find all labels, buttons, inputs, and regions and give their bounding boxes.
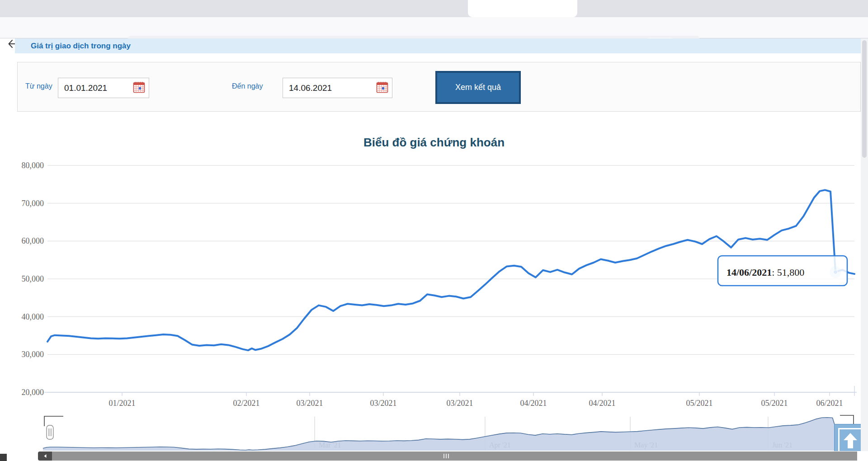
x-axis-label: 03/2021 [370,399,396,408]
x-axis-label: 01/2021 [108,399,135,408]
calendar-icon[interactable] [376,81,388,95]
navigator-frame-left [44,416,63,426]
x-axis-label: 04/2021 [589,399,616,408]
y-axis-label: 80,000 [22,161,44,170]
to-date-value[interactable]: 14.06.2021 [289,83,376,93]
scrollbar-left-arrow-icon[interactable] [38,452,52,461]
section-header-title: Giá trị giao dịch trong ngày [31,42,131,51]
y-axis-label: 40,000 [22,312,44,321]
active-tab[interactable] [468,0,577,17]
y-axis-label: 20,000 [22,388,44,397]
x-axis-label: 06/2021 [816,399,843,408]
x-axis-label: 05/2021 [686,399,712,408]
x-axis-label: 05/2021 [761,399,788,408]
from-date-input[interactable]: 01.01.2021 [58,78,149,98]
horizontal-scrollbar[interactable] [0,451,868,461]
calendar-icon[interactable] [133,81,145,95]
from-date-value[interactable]: 01.01.2021 [64,83,133,93]
section-header-bar: Giá trị giao dịch trong ngày [15,38,861,53]
x-axis-label: 03/2021 [446,399,473,408]
navigator-area [43,418,857,451]
browser-toolbar: https://www.hsx.vn/Modules/Listed/Web/Sy… [0,17,868,38]
to-date-label: Đến ngày [232,82,263,90]
x-axis-label: 03/2021 [296,399,323,408]
chart-title: Biểu đồ giá chứng khoán [0,136,868,150]
scrollbar-grip [448,454,449,458]
y-axis-label: 30,000 [22,350,44,359]
up-arrow-icon [838,428,862,453]
x-axis-label: 04/2021 [520,399,547,408]
scrollbar-grip [443,454,444,458]
view-results-button[interactable]: Xem kết quả [435,71,521,104]
y-axis-label: 70,000 [22,199,44,208]
x-axis-label: 02/2021 [233,399,259,408]
tab-bar [0,0,868,17]
scrollbar-thumb[interactable] [52,452,857,461]
vertical-scrollbar[interactable] [861,38,868,451]
scrollbar-corner [0,454,7,461]
vertical-scrollbar-thumb[interactable] [862,40,867,158]
stock-price-chart[interactable]: 20,00030,00040,00050,00060,00070,00080,0… [0,154,868,451]
y-axis-label: 50,000 [22,274,44,283]
y-axis-label: 60,000 [22,236,44,245]
from-date-label: Từ ngày [25,82,52,90]
tooltip-text: 14/06/2021: 51,800 [726,267,804,278]
to-date-input[interactable]: 14.06.2021 [283,78,392,98]
scrollbar-grip [446,454,447,458]
